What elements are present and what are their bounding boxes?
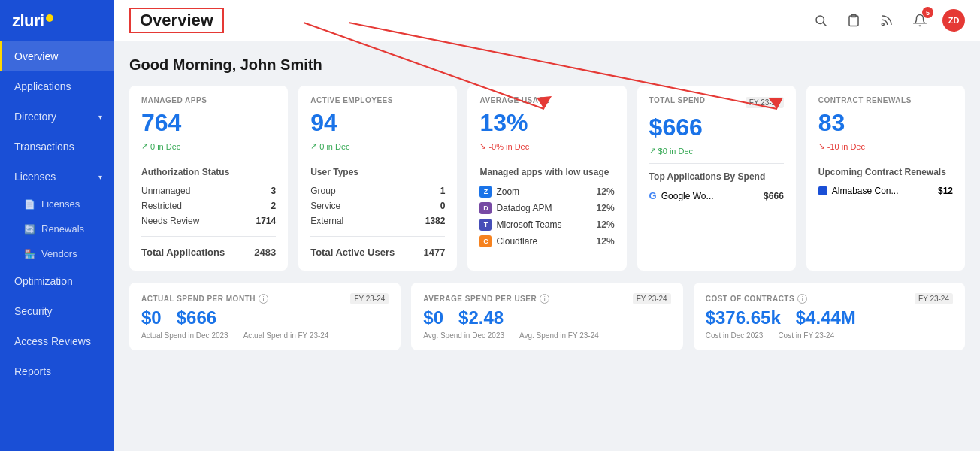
- chevron-down-icon: ▾: [98, 173, 102, 181]
- sidebar-item-access-reviews[interactable]: Access Reviews: [0, 326, 114, 356]
- user-type-service: Service 0: [310, 198, 445, 213]
- cost-contracts-fy[interactable]: FY 23-24: [915, 293, 953, 304]
- auth-row-unmanaged: Unmanaged 3: [141, 183, 276, 198]
- avatar[interactable]: ZD: [942, 9, 965, 32]
- sidebar-item-licenses[interactable]: Licenses ▾: [0, 162, 114, 192]
- active-employees-card: ACTIVE EMPLOYEES 94 ↗ 0 in Dec User Type…: [298, 86, 457, 271]
- sidebar-item-optimization[interactable]: Optimization: [0, 266, 114, 296]
- sidebar-item-overview[interactable]: Overview: [0, 41, 114, 71]
- stats-row: MANAGED APPS 764 ↗ 0 in Dec Authorizatio…: [129, 86, 965, 271]
- greeting-text: Good Morning, John Smith: [129, 56, 965, 74]
- teams-icon: T: [479, 219, 492, 231]
- cost-contracts-title: COST OF CONTRACTS: [706, 295, 795, 303]
- average-usage-change: ↘ -0% in Dec: [479, 141, 614, 151]
- change-text: 0 in Dec: [319, 142, 349, 151]
- auth-total-row: Total Applications 2483: [141, 244, 276, 260]
- cloudflare-pct: 12%: [597, 236, 615, 247]
- avg-spend-sub2: Avg. Spend in FY 23-24: [519, 331, 599, 340]
- google-icon: G: [649, 190, 657, 201]
- sidebar: zluri Overview Applications Directory ▾ …: [0, 0, 114, 451]
- trend-down-icon: ↘: [818, 141, 825, 151]
- sidebar-item-label: Directory: [14, 110, 56, 123]
- active-employees-label: ACTIVE EMPLOYEES: [310, 96, 445, 104]
- actual-spend-sub1: Actual Spend in Dec 2023: [141, 331, 228, 340]
- sidebar-item-reports[interactable]: Reports: [0, 356, 114, 386]
- top-app-google: G Google Wo... $666: [649, 188, 784, 204]
- sidebar-item-label: Optimization: [14, 275, 73, 287]
- contract-renewals-card: CONTRACT RENEWALS 83 ↘ -10 in Dec Upcomi…: [806, 86, 965, 271]
- sidebar-item-licenses-sub[interactable]: 📄 Licenses: [0, 192, 114, 216]
- info-button[interactable]: i: [259, 294, 268, 304]
- actual-spend-sub2: Actual Spend in FY 23-24: [243, 331, 329, 340]
- svg-point-4: [816, 16, 824, 24]
- cost-contracts-card: COST OF CONTRACTS i FY 23-24 $376.65k $4…: [694, 283, 965, 350]
- group-count: 1: [440, 186, 446, 196]
- sidebar-item-label: Vendors: [41, 248, 77, 259]
- rss-button[interactable]: [876, 10, 897, 31]
- sidebar-item-renewals[interactable]: 🔄 Renewals: [0, 216, 114, 241]
- managed-apps-value: 764: [141, 109, 276, 137]
- info-button[interactable]: i: [797, 294, 807, 304]
- cost-contracts-sub2: Cost in FY 23-24: [778, 331, 834, 340]
- renewal-amount: $12: [938, 186, 953, 196]
- avg-spend-user-card: AVERAGE SPEND PER USER i FY 23-24 $0 $2.…: [411, 283, 682, 350]
- logo-text: zluri: [12, 11, 44, 31]
- external-count: 1382: [425, 216, 446, 226]
- auth-row-needs-review: Needs Review 1714: [141, 213, 276, 229]
- sidebar-item-security[interactable]: Security: [0, 296, 114, 326]
- user-total-row: Total Active Users 1477: [310, 244, 445, 260]
- change-text: 0 in Dec: [150, 142, 180, 151]
- needs-review-label: Needs Review: [141, 216, 199, 226]
- app-teams: T Microsoft Teams 12%: [479, 216, 614, 233]
- search-button[interactable]: [810, 10, 831, 31]
- logo: zluri: [0, 0, 114, 41]
- sidebar-item-label: Access Reviews: [14, 335, 91, 347]
- low-usage-title: Managed apps with low usage: [479, 167, 614, 177]
- contract-renewals-label: CONTRACT RENEWALS: [818, 96, 953, 104]
- average-usage-value: 13%: [479, 109, 614, 137]
- header-icons: 5 ZD: [810, 9, 965, 32]
- sidebar-item-applications[interactable]: Applications: [0, 71, 114, 101]
- actual-spend-val2: $666: [177, 307, 216, 328]
- actual-spend-fy[interactable]: FY 23-24: [350, 293, 389, 304]
- change-text: $0 in Dec: [658, 147, 693, 156]
- license-icon: 📄: [24, 199, 35, 210]
- auth-row-restricted: Restricted 2: [141, 198, 276, 213]
- total-users-label: Total Active Users: [310, 247, 395, 258]
- zoom-name: Zoom: [496, 186, 519, 197]
- contract-renewals-value: 83: [818, 109, 953, 137]
- svg-line-5: [823, 23, 826, 26]
- main-content: Overview: [114, 0, 980, 451]
- info-button[interactable]: i: [540, 294, 549, 304]
- total-spend-label: TOTAL SPEND: [649, 96, 706, 104]
- top-spend-title: Top Applications By Spend: [649, 171, 784, 182]
- change-text: -10 in Dec: [827, 142, 865, 151]
- total-spend-value: $666: [649, 114, 784, 141]
- group-label: Group: [310, 186, 335, 196]
- sidebar-item-directory[interactable]: Directory ▾: [0, 101, 114, 132]
- trend-up-icon: ↗: [649, 146, 656, 156]
- clipboard-button[interactable]: [843, 10, 864, 31]
- notifications-button[interactable]: 5: [909, 10, 930, 31]
- sidebar-item-label: Overview: [14, 50, 58, 62]
- sidebar-item-transactions[interactable]: Transactions: [0, 132, 114, 162]
- renewal-almabase: Almabase Con... $12: [818, 183, 953, 198]
- sidebar-item-label: Licenses: [41, 198, 80, 210]
- avg-spend-title: AVERAGE SPEND PER USER: [423, 295, 537, 303]
- page-title: Overview: [129, 8, 224, 33]
- actual-spend-val1: $0: [141, 307, 162, 328]
- sidebar-item-vendors[interactable]: 🏪 Vendors: [0, 241, 114, 266]
- renewals-icon: 🔄: [24, 224, 35, 235]
- managed-apps-card: MANAGED APPS 764 ↗ 0 in Dec Authorizatio…: [129, 86, 288, 271]
- avg-spend-fy[interactable]: FY 23-24: [633, 293, 671, 304]
- chevron-down-icon: ▾: [98, 113, 102, 121]
- teams-pct: 12%: [597, 219, 615, 230]
- sidebar-item-label: Licenses: [14, 171, 56, 183]
- avg-spend-val2: $2.48: [458, 307, 504, 328]
- app-datadog: D Datadog APM 12%: [479, 200, 614, 216]
- fy-selector[interactable]: FY 23-24: [746, 97, 784, 108]
- change-text: -0% in Dec: [488, 142, 529, 151]
- sidebar-item-label: Applications: [14, 80, 71, 92]
- trend-up-icon: ↗: [141, 141, 148, 151]
- google-spend: $666: [764, 191, 784, 201]
